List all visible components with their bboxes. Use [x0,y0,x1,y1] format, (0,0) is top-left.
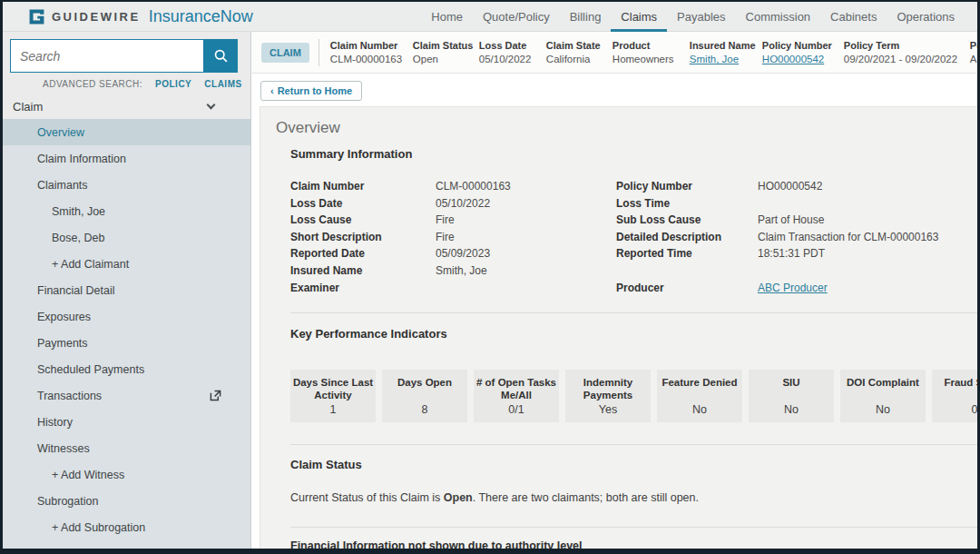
summary-field-label: Loss Date [290,197,436,214]
summary-field-value: 18:51:31 PDT [758,247,977,264]
financial-info-note: Financial Information not shown due to a… [290,539,977,549]
sidebar-item-financial-detail[interactable]: Financial Detail [3,277,250,303]
summary-field-value: Fire [436,213,616,231]
sidebar-item-exposures[interactable]: Exposures [3,303,250,330]
app-header: GUIDEWIRE InsuranceNow Home Quote/Policy… [3,2,977,32]
sidebar-item-subrogation[interactable]: Subrogation [3,488,250,514]
guidewire-logo: GUIDEWIRE InsuranceNow [28,7,253,26]
vertical-divider [318,39,319,66]
kpi-days-open: Days Open 8 [382,370,467,422]
back-chevron-icon: ‹ [270,85,274,96]
kpi-heading: Key Performance Indicators [290,327,977,341]
sidebar-item-transactions[interactable]: Transactions [3,382,250,409]
sidebar-item-history[interactable]: History [3,409,250,435]
summary-field-label: Loss Time [616,197,758,214]
advanced-search-claims-link[interactable]: CLAIMS [204,79,241,89]
external-link-icon [210,390,221,401]
claim-summary-bar: CLAIM Claim Number CLM-00000163 Claim St… [252,32,977,74]
summary-field-value: CLM-00000163 [436,180,616,197]
tab-payables[interactable]: Payables [667,2,735,32]
advanced-search-row: ADVANCED SEARCH: POLICY CLAIMS [43,79,250,89]
sidebar: ADVANCED SEARCH: POLICY CLAIMS Claim Ove… [3,32,251,549]
tab-quote-policy[interactable]: Quote/Policy [473,2,560,32]
summary-grid: Claim Number CLM-00000163 Policy Number … [290,180,977,298]
claimbar-policy-number: Policy Number HO00000542 [762,40,833,64]
sidebar-item-witnesses[interactable]: Witnesses [3,435,250,461]
sidebar-item-add-subrogation[interactable]: + Add Subrogation [3,514,250,540]
sidebar-item-claimant-smith-joe[interactable]: Smith, Joe [3,198,250,224]
claim-status-text: Current Status of this Claim is Open. Th… [290,490,977,505]
tab-operations[interactable]: Operations [887,2,965,32]
summary-field-label: Reported Date [290,247,436,264]
summary-field-label [616,264,758,282]
sidebar-item-add-witness[interactable]: + Add Witness [3,461,250,488]
summary-field-label: Policy Number [616,180,758,197]
section-divider [290,312,977,313]
kpi-doi-complaint: DOI Complaint No [840,370,926,422]
sidebar-section-claim[interactable]: Claim [3,94,250,119]
summary-field-label: Detailed Description [616,231,758,248]
top-navigation: Home Quote/Policy Billing Claims Payable… [421,2,977,32]
claim-type-badge: CLAIM [261,43,309,63]
sidebar-item-payments[interactable]: Payments [3,330,250,356]
policy-number-link[interactable]: HO00000542 [762,54,824,64]
producer-link[interactable]: ABC Producer [758,282,828,294]
tab-cabinets[interactable]: Cabinets [820,2,887,32]
sidebar-item-additional-interests[interactable]: Additional Interests [3,540,250,549]
guidewire-logo-icon [28,8,45,25]
claimbar-claim-status: Claim Status Open [413,40,468,64]
sidebar-item-claimant-bose-deb[interactable]: Bose, Deb [3,224,250,251]
kpi-open-tasks: # of Open Tasks Me/All 0/1 [474,370,559,422]
tab-billing[interactable]: Billing [560,2,612,32]
tab-home[interactable]: Home [421,2,473,32]
section-divider [290,444,977,445]
search-button[interactable] [203,39,238,73]
summary-field-value: 05/10/2022 [436,197,616,214]
main-content: ‹ Return to Home Overview Summary Inform… [252,74,977,549]
kpi-fraud-score: Fraud Score 0 [932,370,977,422]
summary-field-value: ABC Producer [758,282,977,299]
summary-field-label: Producer [616,282,758,299]
claimbar-claim-state: Claim State California [546,40,602,64]
sidebar-nav: Overview Claim Information Claimants Smi… [3,119,250,549]
advanced-search-policy-link[interactable]: POLICY [155,79,191,89]
claim-status-open: Open [444,491,473,504]
sidebar-section-label: Claim [13,100,43,114]
search-input[interactable] [10,39,203,73]
summary-field-value: HO00000542 [758,180,977,197]
summary-field-label: Claim Number [290,180,436,197]
brand-product: InsuranceNow [149,7,253,26]
overview-panel: Overview Summary Information Claim Numbe… [260,106,977,549]
claimbar-policy-term: Policy Term 09/20/2021 - 09/20/2022 [844,40,959,64]
claimbar-product: Product Homeowners [612,40,679,64]
summary-field-value: Smith, Joe [436,264,616,282]
page-title: Overview [276,118,977,138]
summary-field-value [436,282,616,299]
tab-commission[interactable]: Commission [736,2,821,32]
summary-field-label: Insured Name [290,264,436,282]
sidebar-item-add-claimant[interactable]: + Add Claimant [3,251,250,277]
sidebar-item-claimants[interactable]: Claimants [3,172,250,198]
kpi-siu: SIU No [749,370,834,422]
insured-name-link[interactable]: Smith, Joe [690,54,739,64]
sidebar-item-claim-information[interactable]: Claim Information [3,145,250,172]
summary-field-label: Loss Cause [290,213,436,231]
sidebar-item-scheduled-payments[interactable]: Scheduled Payments [3,356,250,382]
summary-field-value: Claim Transaction for CLM-00000163 [758,231,977,248]
sidebar-item-overview[interactable]: Overview [3,119,250,145]
summary-field-label: Short Description [290,231,436,248]
summary-information-heading: Summary Information [290,147,977,162]
claimbar-loss-date: Loss Date 05/10/2022 [479,40,535,64]
advanced-search-label: ADVANCED SEARCH: [43,79,142,89]
claimbar-policy-status: Policy Status Active [970,40,977,64]
app-window: GUIDEWIRE InsuranceNow Home Quote/Policy… [0,0,980,554]
return-to-home-button[interactable]: ‹ Return to Home [260,81,362,101]
sidebar-item-transactions-label: Transactions [37,390,102,402]
tab-claims[interactable]: Claims [611,2,667,32]
search-icon [213,48,229,64]
kpi-indemnity-payments: Indemnity Payments Yes [565,370,651,422]
kpi-days-since-last-activity: Days Since Last Activity 1 [290,370,376,422]
summary-field-value: Fire [436,231,616,248]
summary-field-value [758,264,977,282]
summary-field-value: 05/09/2023 [436,247,616,264]
